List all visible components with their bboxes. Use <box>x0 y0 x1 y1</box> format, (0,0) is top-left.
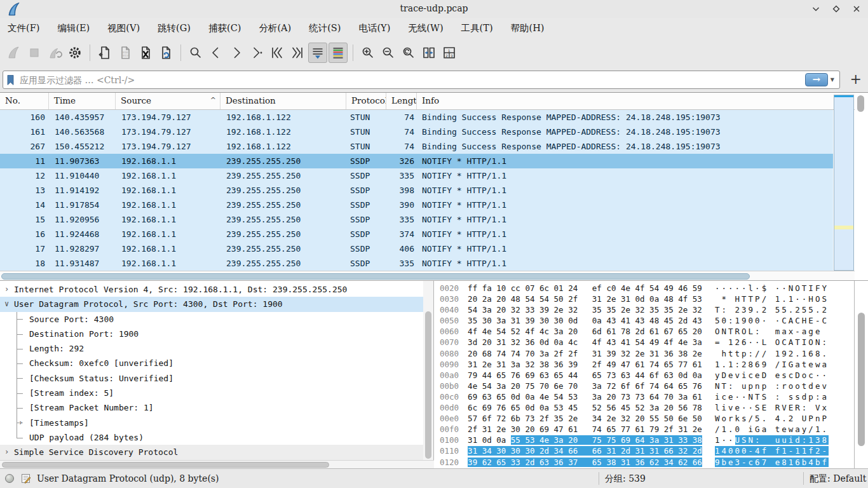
hex-byte[interactable]: 52 <box>592 403 607 412</box>
hex-byte[interactable]: 2e <box>693 349 702 358</box>
hex-byte[interactable]: 31 <box>664 435 679 445</box>
hex-byte[interactable]: 20 <box>568 327 592 336</box>
hex-byte[interactable]: 74 <box>649 360 664 369</box>
detail-vscroll-thumb[interactable] <box>425 311 431 459</box>
hex-byte[interactable]: 3a <box>592 381 607 391</box>
hex-byte[interactable]: 2e <box>496 424 511 434</box>
hex-byte[interactable]: 63 <box>664 370 679 380</box>
packet-row-13[interactable]: 1311.914192192.168.1.1239.255.255.250SSD… <box>0 183 833 198</box>
hex-byte[interactable]: 56 <box>678 403 693 412</box>
column-header-no[interactable]: No. <box>0 93 49 109</box>
hex-byte[interactable]: 0a <box>525 392 539 402</box>
hex-byte[interactable]: 2a <box>482 294 497 304</box>
hex-byte[interactable]: 3a <box>592 392 607 402</box>
hex-byte[interactable]: 3a <box>496 381 511 391</box>
detail-row[interactable]: Source Port: 4300 <box>0 312 423 327</box>
hex-byte[interactable]: 70 <box>664 392 679 402</box>
hex-byte[interactable]: 34 <box>482 446 497 456</box>
hex-byte[interactable]: 65 <box>606 424 621 434</box>
bytes-vscroll-thumb[interactable] <box>858 313 865 446</box>
hex-row-00e0[interactable]: 00e057 6f 72 6b 73 2f 35 2e 34 2e 32 20 … <box>440 413 829 424</box>
hex-byte[interactable]: 3a <box>693 337 702 347</box>
hex-byte[interactable]: 37 <box>568 458 592 467</box>
hex-byte[interactable]: 0d <box>511 392 526 402</box>
hex-byte[interactable]: 64 <box>635 435 650 445</box>
detail-row[interactable]: [Stream Packet Number: 1] <box>0 400 423 415</box>
hex-byte[interactable]: 70 <box>568 381 592 391</box>
hex-byte[interactable]: 61 <box>606 327 621 336</box>
hex-byte[interactable]: 30 <box>554 316 569 325</box>
collapse-icon[interactable]: ∨ <box>4 297 9 311</box>
file-save-button[interactable]: 01010110 <box>116 43 135 63</box>
hex-byte[interactable]: 63 <box>539 370 554 380</box>
hex-byte[interactable]: 20 <box>496 305 511 315</box>
hex-byte[interactable]: 2e <box>693 424 702 434</box>
hex-byte[interactable]: 34 <box>592 414 607 423</box>
hex-byte[interactable]: 2f <box>568 349 592 358</box>
expand-icon[interactable]: › <box>18 416 23 430</box>
hex-byte[interactable]: 0a <box>554 337 569 347</box>
hex-byte[interactable]: 0a <box>496 435 511 445</box>
filter-dropdown-caret-icon[interactable]: ▼ <box>831 77 834 83</box>
hex-byte[interactable]: 48 <box>511 294 526 304</box>
status-profile[interactable]: 配置: Default <box>810 473 866 485</box>
hex-byte[interactable]: 30 <box>525 446 539 456</box>
hex-byte[interactable]: 3a <box>511 360 526 369</box>
hex-byte[interactable]: 55 <box>649 414 664 423</box>
hex-byte[interactable]: 45 <box>664 316 679 325</box>
hex-byte[interactable]: 3a <box>649 435 664 445</box>
hex-row-00f0[interactable]: 00f02f 31 2e 30 20 69 47 61 74 65 77 61 … <box>440 424 829 435</box>
hex-byte[interactable]: 2e <box>606 414 621 423</box>
hex-byte[interactable]: 36 <box>635 458 650 467</box>
detail-horizontal-scrollbar[interactable] <box>0 460 434 469</box>
hex-byte[interactable]: 2f <box>554 349 569 358</box>
hex-byte[interactable]: 20 <box>635 414 650 423</box>
hex-byte[interactable]: 3a <box>482 305 497 315</box>
packet-list-vscroll-thumb[interactable] <box>857 95 864 112</box>
column-header-destination[interactable]: Destination <box>220 93 346 109</box>
menu-item-3[interactable]: 跳转(G) <box>158 22 191 34</box>
detail-row[interactable]: [Checksum Status: Unverified] <box>0 371 423 386</box>
hex-byte[interactable]: 31 <box>621 294 635 304</box>
hex-byte[interactable]: 31 <box>606 446 621 456</box>
hex-byte[interactable]: 38 <box>693 435 702 445</box>
hex-row-0050[interactable]: 005035 30 3a 31 39 30 30 0d 0a 43 41 43 … <box>440 315 829 326</box>
hex-byte[interactable]: 48 <box>649 316 664 325</box>
packet-list-horizontal-scrollbar[interactable] <box>0 271 855 281</box>
menu-item-5[interactable]: 分析(A) <box>259 22 291 34</box>
hex-byte[interactable]: 31 <box>468 360 482 369</box>
hex-byte[interactable]: 54 <box>496 327 511 336</box>
packet-list-vertical-scrollbar[interactable] <box>855 93 868 281</box>
hex-byte[interactable]: 6c <box>539 283 554 293</box>
hex-byte[interactable]: 3a <box>554 327 569 336</box>
hex-byte[interactable]: 53 <box>693 294 702 304</box>
hex-byte[interactable]: 47 <box>554 424 569 434</box>
detail-row[interactable]: [Stream index: 5] <box>0 386 423 400</box>
hex-byte[interactable]: 30 <box>482 316 497 325</box>
expand-icon[interactable]: › <box>4 445 9 459</box>
hex-byte[interactable]: 32 <box>678 446 693 456</box>
menu-item-9[interactable]: 工具(T) <box>461 22 493 34</box>
hex-byte[interactable]: 70 <box>525 349 539 358</box>
hex-byte[interactable]: 31 <box>635 446 650 456</box>
hex-byte[interactable]: cc <box>511 283 526 293</box>
hex-byte[interactable]: 2d <box>678 316 693 325</box>
hex-byte[interactable]: 73 <box>525 414 539 423</box>
hex-byte[interactable]: 4e <box>468 381 482 391</box>
hex-byte[interactable]: 38 <box>539 360 554 369</box>
hex-byte[interactable]: 2e <box>482 360 497 369</box>
minimize-button[interactable] <box>811 4 821 14</box>
hex-row-0030[interactable]: 003020 2a 20 48 54 54 50 2f 31 2e 31 0d … <box>440 294 829 304</box>
hex-byte[interactable]: 63 <box>621 370 635 380</box>
hex-byte[interactable]: 54 <box>649 283 664 293</box>
hex-row-0070[interactable]: 00703d 20 31 32 36 0d 0a 4c 4f 43 41 54 … <box>440 337 829 348</box>
hex-byte[interactable]: 2f <box>592 360 607 369</box>
packet-row-18[interactable]: 1811.931487192.168.1.1239.255.255.250SSD… <box>0 256 833 271</box>
hex-byte[interactable]: 6f <box>635 381 650 391</box>
hex-byte[interactable]: 2e <box>678 305 693 315</box>
hex-byte[interactable]: 4f <box>635 283 650 293</box>
hex-byte[interactable]: 0d <box>539 337 554 347</box>
hex-byte[interactable]: ef <box>592 283 607 293</box>
hex-byte[interactable]: 4f <box>678 294 693 304</box>
hex-byte[interactable]: 20 <box>664 403 679 412</box>
